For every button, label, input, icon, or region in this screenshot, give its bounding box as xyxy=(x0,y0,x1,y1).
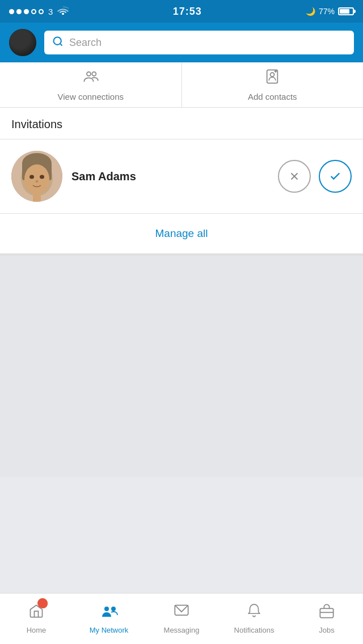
svg-rect-17 xyxy=(33,192,41,202)
user-avatar[interactable] xyxy=(9,29,36,56)
home-notification-dot xyxy=(39,599,48,608)
top-nav: View connections Add contacts xyxy=(0,62,363,108)
person-name: Sam Adams xyxy=(71,170,269,183)
svg-point-15 xyxy=(40,175,44,179)
notifications-icon xyxy=(247,603,261,623)
messaging-icon xyxy=(174,603,189,623)
add-contacts-button[interactable]: Add contacts xyxy=(182,62,364,107)
gray-area xyxy=(0,256,363,477)
svg-point-21 xyxy=(111,607,116,611)
accept-button[interactable] xyxy=(319,160,352,193)
svg-point-14 xyxy=(29,175,34,179)
action-buttons xyxy=(278,160,352,193)
avatar-image xyxy=(9,29,36,56)
dot1 xyxy=(9,9,14,14)
status-bar: 3 17:53 🌙 77% xyxy=(0,0,363,23)
view-connections-label: View connections xyxy=(58,92,124,101)
invitations-section-header: Invitations xyxy=(0,108,363,139)
invitations-title: Invitations xyxy=(11,118,62,130)
search-placeholder-text: Search xyxy=(69,37,102,49)
tab-home[interactable]: Home xyxy=(0,594,73,644)
dot3 xyxy=(24,9,29,14)
search-bar[interactable]: Search xyxy=(44,31,354,54)
person-avatar[interactable] xyxy=(11,151,62,202)
dot2 xyxy=(16,9,22,14)
person-info: Sam Adams xyxy=(71,170,269,183)
time-display: 17:53 xyxy=(173,6,202,18)
view-connections-button[interactable]: View connections xyxy=(0,62,182,107)
tab-my-network[interactable]: My Network xyxy=(73,594,145,644)
person-face-svg xyxy=(11,151,62,202)
dot5 xyxy=(39,9,44,14)
signal-dots xyxy=(9,9,44,14)
battery-icon xyxy=(338,7,354,15)
jobs-label: Jobs xyxy=(319,626,334,634)
wifi-icon xyxy=(57,6,69,17)
moon-icon: 🌙 xyxy=(306,7,315,16)
add-contacts-label: Add contacts xyxy=(248,92,297,101)
notifications-label: Notifications xyxy=(234,626,275,634)
svg-point-5 xyxy=(271,73,275,77)
svg-point-2 xyxy=(87,71,91,75)
svg-point-3 xyxy=(92,71,96,75)
network-num: 3 xyxy=(48,7,53,16)
my-network-label: My Network xyxy=(90,626,129,634)
tab-messaging[interactable]: Messaging xyxy=(145,594,218,644)
home-label: Home xyxy=(27,626,47,634)
battery-fill xyxy=(340,9,349,14)
bottom-tab-bar: Home My Network Messaging xyxy=(0,593,363,644)
tab-jobs[interactable]: Jobs xyxy=(290,594,363,644)
svg-point-16 xyxy=(36,180,39,183)
manage-all-button[interactable]: Manage all xyxy=(155,227,208,239)
jobs-icon xyxy=(319,603,335,623)
svg-point-20 xyxy=(104,607,109,611)
status-left: 3 xyxy=(9,6,69,17)
messaging-label: Messaging xyxy=(164,626,200,634)
my-network-icon xyxy=(100,603,118,623)
svg-point-13 xyxy=(24,164,49,194)
invitation-card: Sam Adams xyxy=(0,139,363,214)
connections-icon xyxy=(83,69,99,88)
status-right: 🌙 77% xyxy=(306,7,354,16)
tab-notifications[interactable]: Notifications xyxy=(218,594,290,644)
add-contacts-icon xyxy=(264,69,280,88)
svg-point-0 xyxy=(54,37,61,44)
svg-rect-23 xyxy=(320,608,333,617)
search-icon xyxy=(52,36,64,50)
header: Search xyxy=(0,23,363,62)
svg-line-1 xyxy=(60,43,62,45)
dot4 xyxy=(31,9,36,14)
decline-button[interactable] xyxy=(278,160,311,193)
battery-percent: 77% xyxy=(319,7,335,16)
manage-all-section: Manage all xyxy=(0,214,363,256)
